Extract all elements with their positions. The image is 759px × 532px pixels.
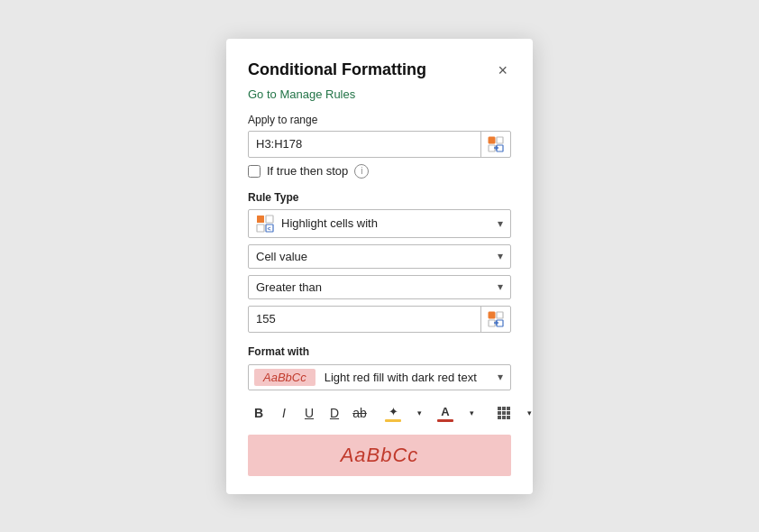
condition-dropdown[interactable]: Greater than ▾	[248, 275, 511, 299]
if-true-then-stop-label: If true then stop	[267, 164, 348, 178]
dialog-header: Conditional Formatting ×	[248, 60, 511, 80]
condition-value-input[interactable]	[249, 307, 480, 330]
format-with-dropdown[interactable]: AaBbCc Light red fill with dark red text…	[248, 364, 511, 390]
svg-rect-13	[489, 320, 495, 326]
bold-button[interactable]: B	[248, 403, 270, 423]
border-icon	[498, 407, 510, 419]
svg-rect-12	[497, 312, 503, 318]
svg-rect-2	[489, 145, 495, 151]
range-selector-button[interactable]	[480, 132, 510, 157]
range-input-row	[248, 131, 511, 158]
range-selector-icon	[487, 135, 505, 153]
rule-type-dropdown[interactable]: < Highlight cells with ▾	[248, 209, 511, 238]
cell-value-dropdown[interactable]: Cell value ▾	[248, 244, 511, 269]
preview-bar: AaBbCc	[248, 435, 511, 476]
range-input[interactable]	[249, 133, 480, 155]
svg-rect-6	[257, 216, 264, 223]
condition-value-selector-icon	[487, 310, 505, 328]
cell-value-dropdown-inner: Cell value	[249, 245, 490, 268]
highlight-color-button[interactable]: ✦	[381, 403, 405, 424]
underline-button[interactable]: U	[298, 403, 320, 423]
if-true-then-stop-row: If true then stop i	[248, 164, 511, 179]
dialog-title: Conditional Formatting	[248, 60, 426, 79]
highlight-color-bar	[385, 419, 401, 422]
conditional-formatting-dialog: Conditional Formatting × Go to Manage Ru…	[226, 39, 533, 494]
font-color-button[interactable]: A	[434, 403, 457, 424]
format-preview-badge: AaBbCc	[254, 369, 315, 386]
font-color-icon: A	[441, 405, 449, 418]
font-color-bar	[437, 419, 453, 422]
strikethrough-button[interactable]: ab	[349, 403, 370, 423]
svg-rect-1	[497, 137, 503, 143]
font-color-chevron[interactable]: ▾	[461, 406, 482, 420]
svg-text:<: <	[268, 225, 271, 232]
rule-type-chevron[interactable]: ▾	[490, 214, 510, 234]
condition-chevron[interactable]: ▾	[490, 277, 510, 297]
manage-rules-link[interactable]: Go to Manage Rules	[248, 87, 355, 101]
border-chevron[interactable]: ▾	[518, 406, 540, 420]
svg-rect-0	[489, 137, 495, 143]
border-button[interactable]	[493, 404, 515, 422]
rule-type-option-text: Highlight cells with	[281, 216, 378, 230]
info-icon[interactable]: i	[354, 164, 369, 179]
condition-dropdown-inner: Greater than	[249, 276, 490, 298]
condition-value-row	[248, 306, 511, 333]
condition-value-selector-button[interactable]	[480, 307, 510, 332]
italic-button[interactable]: I	[273, 403, 295, 423]
svg-rect-11	[489, 312, 495, 318]
underline-d-button[interactable]: D	[324, 403, 345, 423]
svg-rect-8	[257, 225, 264, 232]
highlight-color-icon: ✦	[389, 405, 398, 418]
format-toolbar: B I U D ab ✦ ▾ A ▾ ▾	[248, 401, 511, 426]
cell-value-chevron[interactable]: ▾	[490, 246, 510, 266]
highlight-cells-icon: <	[256, 215, 274, 233]
condition-option-text: Greater than	[256, 280, 322, 294]
svg-rect-7	[266, 216, 273, 223]
highlight-color-chevron[interactable]: ▾	[408, 406, 430, 420]
format-option-text: Light red fill with dark red text	[321, 366, 490, 389]
apply-to-range-label: Apply to range	[248, 114, 511, 126]
close-button[interactable]: ×	[494, 60, 511, 80]
rule-type-label: Rule Type	[248, 191, 511, 204]
format-chevron[interactable]: ▾	[490, 367, 510, 387]
cell-value-option-text: Cell value	[256, 250, 307, 263]
format-with-label: Format with	[248, 345, 511, 358]
rule-type-dropdown-inner: < Highlight cells with	[249, 210, 490, 237]
if-true-then-stop-checkbox[interactable]	[248, 165, 261, 178]
